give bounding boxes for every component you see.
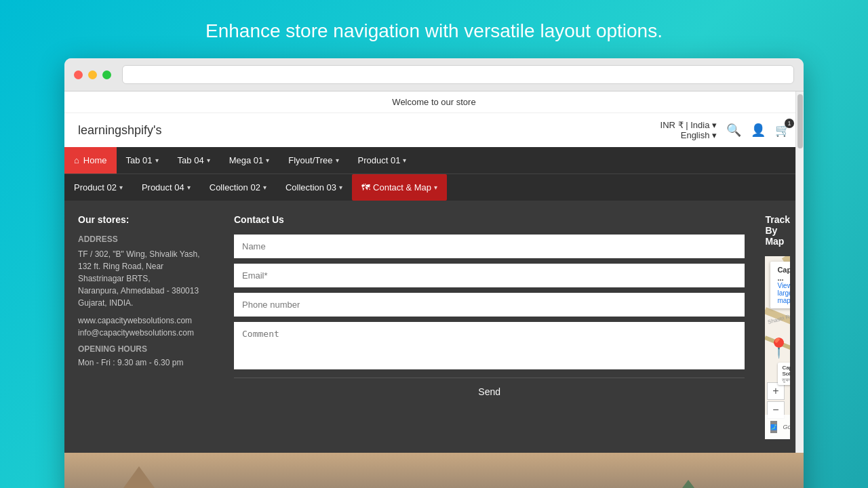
nav-item-mega01[interactable]: Mega 01 ▾ xyxy=(220,147,279,174)
nav-item-flyout[interactable]: Flyout/Tree ▾ xyxy=(279,147,348,174)
email-link[interactable]: info@capacitywebsolutions.com xyxy=(78,328,214,338)
contact-section: Contact Us Send xyxy=(234,214,745,439)
search-icon[interactable]: 🔍 xyxy=(726,123,741,138)
chevron-down-icon: ▾ xyxy=(266,157,269,164)
nav-contact-map-label: Contact & Map xyxy=(373,182,431,192)
nav-item-product01[interactable]: Product 01 ▾ xyxy=(349,147,416,174)
map-container[interactable]: Main Rd Shastri Rd Gaurav Path Ankur Rd … xyxy=(765,256,790,439)
browser-btn-green[interactable] xyxy=(102,70,111,79)
header-right: INR ₹ | India ▾ English ▾ 🔍 👤 🛒 1 xyxy=(660,120,790,140)
nav-mega01-label: Mega 01 xyxy=(229,155,264,165)
nav-item-product02[interactable]: Product 02 ▾ xyxy=(64,174,132,201)
map-thumbnail: 🗾 xyxy=(770,421,777,433)
chevron-down-icon: ▾ xyxy=(403,157,406,164)
map-zoom-in[interactable]: + xyxy=(767,382,785,400)
nav-flyout-label: Flyout/Tree xyxy=(288,155,332,165)
page-headline: Enhance store navigation with versatile … xyxy=(205,20,663,42)
map-pin: 📍 xyxy=(767,337,790,359)
map-section: Track By Map xyxy=(765,214,790,439)
map-icon: 🗺 xyxy=(361,182,370,192)
currency-selector[interactable]: INR ₹ | India ▾ xyxy=(660,120,717,130)
user-icon[interactable]: 👤 xyxy=(751,123,766,138)
map-controls: + − xyxy=(767,382,785,419)
nav-product04-label: Product 04 xyxy=(142,182,184,192)
cart-icon[interactable]: 🛒 1 xyxy=(775,123,790,138)
name-input[interactable] xyxy=(234,235,745,258)
phone-input[interactable] xyxy=(234,293,745,317)
map-view-larger[interactable]: View larger map xyxy=(777,282,790,304)
browser-content: Welcome to our store learningshpify's IN… xyxy=(64,92,804,488)
map-background: Main Rd Shastri Rd Gaurav Path Ankur Rd … xyxy=(765,256,790,439)
nav-item-collection02[interactable]: Collection 02 ▾ xyxy=(200,174,276,201)
browser-address-bar[interactable] xyxy=(122,65,794,84)
chevron-down-icon: ▾ xyxy=(263,184,267,191)
dropdown-panel: Our stores: ADDRESS TF / 302, "B" Wing, … xyxy=(64,201,804,453)
map-place-title: Capacity ... xyxy=(777,266,790,282)
nav-tab04-label: Tab 04 xyxy=(178,155,204,165)
second-nav: Product 02 ▾ Product 04 ▾ Collection 02 … xyxy=(64,174,804,201)
currency-chevron: ▾ xyxy=(712,120,717,130)
cart-count: 1 xyxy=(785,119,794,128)
nav-home-label: Home xyxy=(83,155,107,165)
map-title: Track By Map xyxy=(765,214,790,247)
map-info-box: Capacity ... View larger map xyxy=(770,262,790,308)
site-header: learningshpify's INR ₹ | India ▾ English… xyxy=(64,113,804,147)
address-label: ADDRESS xyxy=(78,235,214,244)
chevron-down-icon: ▾ xyxy=(339,184,342,191)
nav-item-product04[interactable]: Product 04 ▾ xyxy=(132,174,200,201)
map-bottom-bar: 🗾 Google Map Data Terms Report a map err… xyxy=(765,415,790,439)
scrollbar[interactable] xyxy=(795,92,804,488)
browser-btn-yellow[interactable] xyxy=(88,70,97,79)
stores-section: Our stores: ADDRESS TF / 302, "B" Wing, … xyxy=(78,214,214,439)
language-chevron: ▾ xyxy=(712,130,717,140)
google-logo: Google xyxy=(783,424,790,430)
stores-title: Our stores: xyxy=(78,214,214,225)
language-text: English xyxy=(681,130,710,140)
send-button[interactable]: Send xyxy=(234,378,745,405)
chevron-down-icon: ▾ xyxy=(336,157,339,164)
home-icon: ⌂ xyxy=(74,155,79,165)
chevron-down-icon: ▾ xyxy=(119,184,123,191)
language-selector[interactable]: English ▾ xyxy=(660,130,717,140)
map-pin-label: Capacity WebSolutions Pvtसुचना... xyxy=(778,363,790,385)
site-topbar: Welcome to our store xyxy=(64,92,804,113)
site-logo: learningshpify's xyxy=(78,123,162,138)
nav-item-tab01[interactable]: Tab 01 ▾ xyxy=(117,147,168,174)
nav-item-collection03[interactable]: Collection 03 ▾ xyxy=(276,174,352,201)
chevron-down-icon: ▾ xyxy=(207,157,210,164)
nav-product01-label: Product 01 xyxy=(358,155,401,165)
scrollbar-thumb xyxy=(797,94,803,148)
nav-product02-label: Product 02 xyxy=(74,182,117,192)
browser-window: Welcome to our store learningshpify's IN… xyxy=(64,58,804,488)
main-nav: ⌂ Home Tab 01 ▾ Tab 04 ▾ Mega 01 ▾ Flyou… xyxy=(64,147,804,174)
mountain-3 xyxy=(607,480,770,488)
address-text: TF / 302, "B" Wing, Shivalik Yash,132 ft… xyxy=(78,248,214,309)
nav-item-contact-map[interactable]: 🗺 Contact & Map ▾ xyxy=(352,174,447,201)
website-link[interactable]: www.capacitywebsolutions.com xyxy=(78,316,214,325)
chevron-down-icon: ▾ xyxy=(155,157,159,164)
nav-collection03-label: Collection 03 xyxy=(285,182,336,192)
nav-collection02-label: Collection 02 xyxy=(210,182,260,192)
browser-titlebar xyxy=(64,58,804,92)
comment-input[interactable] xyxy=(234,322,745,369)
currency-text: INR ₹ | India xyxy=(660,120,710,130)
email-input[interactable] xyxy=(234,264,745,287)
nav-tab01-label: Tab 01 xyxy=(126,155,153,165)
welcome-text: Welcome to our store xyxy=(392,97,475,107)
hero-area xyxy=(64,453,804,488)
contact-title: Contact Us xyxy=(234,214,745,225)
nav-item-tab04[interactable]: Tab 04 ▾ xyxy=(168,147,220,174)
nav-item-home[interactable]: ⌂ Home xyxy=(64,147,117,174)
hours-text: Mon - Fri : 9.30 am - 6.30 pm xyxy=(78,357,214,369)
browser-btn-red[interactable] xyxy=(74,70,83,79)
hours-label: OPENING HOURS xyxy=(78,344,214,354)
chevron-down-icon: ▾ xyxy=(434,184,437,191)
mountain-1 xyxy=(64,466,227,488)
chevron-down-icon: ▾ xyxy=(187,184,191,191)
